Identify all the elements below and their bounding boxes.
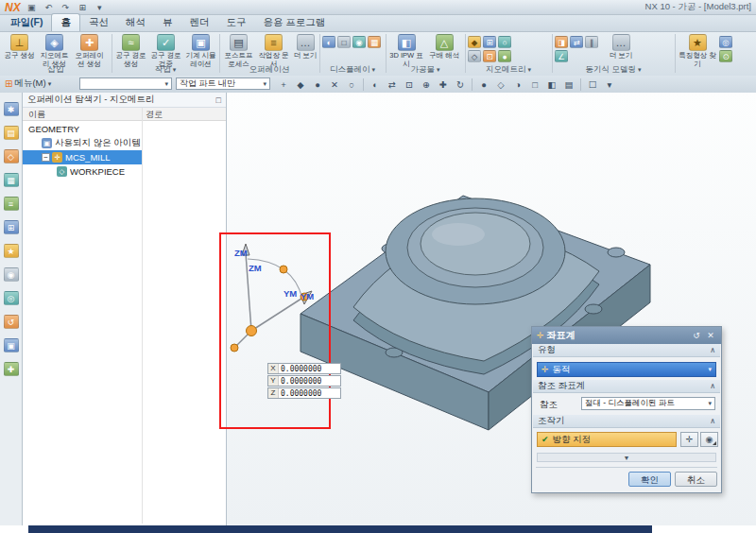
geometry-tool-icon[interactable]: ◇ [468, 50, 481, 62]
touch-panel-icon[interactable]: ✚ [4, 362, 19, 376]
assembly-navigator-icon[interactable]: ▤ [4, 126, 19, 140]
operation-navigator-icon[interactable]: ≡ [4, 197, 19, 211]
dome-top[interactable] [421, 213, 530, 275]
display-option-icon[interactable]: ◉ [352, 36, 366, 48]
group-label-insert[interactable]: 삽입 [0, 64, 112, 75]
settings-gear-icon[interactable]: ✱ [4, 102, 19, 116]
tab-analysis[interactable]: 해석 [117, 14, 154, 31]
intersection-snap-icon[interactable]: ✕ [327, 77, 342, 91]
front-view-icon[interactable]: ▤ [561, 77, 576, 91]
section-header-reference[interactable]: 참조 좌표계 ∧ [533, 380, 720, 393]
tab-view[interactable]: 뷰 [154, 14, 181, 31]
geometry-tool-icon[interactable]: ○ [498, 36, 511, 48]
geometry-tool-icon[interactable]: ● [498, 50, 511, 62]
part-navigator-icon[interactable]: ▦ [4, 173, 19, 187]
fit-view-icon[interactable]: ⊡ [402, 77, 417, 91]
tree-column-headers[interactable]: 이름 경로 [23, 108, 226, 121]
tab-tools[interactable]: 도구 [217, 14, 254, 31]
find-features-button[interactable]: ★ 특징형상 찾기 [677, 33, 718, 68]
process-studio-icon[interactable]: ▣ [4, 338, 19, 352]
close-icon[interactable]: ✕ [705, 331, 716, 340]
csys-type-dropdown[interactable]: ✛ 동적 ▾ [537, 362, 716, 377]
undo-icon[interactable]: ↶ [43, 3, 55, 12]
coord-input-z[interactable]: Z 0.0000000 [267, 387, 341, 399]
shaded-view-icon[interactable]: ● [476, 77, 491, 91]
collapse-expander-icon[interactable]: − [42, 153, 50, 162]
collapse-chevron-icon[interactable]: ∧ [710, 382, 715, 390]
feature-tool-icon[interactable]: ◎ [719, 36, 732, 48]
sync-move-face-icon[interactable]: ◨ [555, 36, 568, 48]
wireframe-view-icon[interactable]: ◇ [493, 77, 508, 91]
show-3d-ipw-button[interactable]: ◧ 3D IPW 표시 [387, 33, 425, 68]
tab-file[interactable]: 파일(F) [2, 14, 51, 31]
window-layout-icon[interactable]: □ [527, 77, 542, 91]
snap-point-icon[interactable]: + [276, 77, 291, 91]
create-tool-button[interactable]: ⊥ 공구 생성 [2, 33, 37, 68]
tab-home[interactable]: 홈 [51, 13, 80, 31]
render-style-icon[interactable]: ◑ [510, 77, 525, 91]
create-operation-button[interactable]: ✚ 오퍼레이션 생성 [72, 33, 107, 68]
zoom-icon[interactable]: ⊕ [419, 77, 434, 91]
reference-csys-dropdown[interactable]: 절대 - 디스플레이된 파트 ▾ [581, 397, 715, 410]
display-option-icon[interactable]: ▦ [368, 36, 381, 48]
shop-documentation-button[interactable]: ≡ 작업장 문서 [256, 33, 291, 68]
tree-row-geometry[interactable]: GEOMETRY [23, 122, 226, 136]
cancel-button[interactable]: 취소 [675, 472, 717, 487]
section-header-type[interactable]: 유형 ∧ [533, 344, 720, 357]
endpoint-snap-icon[interactable]: ◆ [293, 77, 308, 91]
coord-input-y[interactable]: Y 0.0000000 [267, 375, 341, 387]
section-header-manipulator[interactable]: 조작기 ∧ [533, 415, 720, 428]
generate-toolpath-button[interactable]: ≈ 공구 경로 생성 [113, 33, 148, 68]
operation-more-button[interactable]: … 더 보기 [291, 33, 319, 68]
collapse-chevron-icon[interactable]: ∧ [710, 346, 715, 354]
sync-more-button[interactable]: … 더 보기 [605, 33, 637, 68]
feature-tool-icon[interactable]: ⊙ [719, 50, 732, 62]
tree-row-workpiece[interactable]: ◇ WORKPIECE [23, 164, 226, 179]
more-options-button[interactable]: ▼ [537, 453, 716, 462]
column-header-path[interactable]: 경로 [146, 109, 163, 121]
geometry-tool-icon[interactable]: ⊞ [483, 36, 496, 48]
midpoint-snap-icon[interactable]: ● [310, 77, 325, 91]
selection-scope-combo[interactable]: 작업 파트 내만 ▾ [176, 77, 270, 90]
constraint-navigator-icon[interactable]: ◇ [4, 149, 19, 163]
redo-icon[interactable]: ↷ [60, 3, 72, 12]
display-option-icon[interactable]: □ [337, 36, 351, 48]
column-header-name[interactable]: 이름 [28, 109, 45, 121]
verify-toolpath-button[interactable]: ✓ 공구 경로 검증 [148, 33, 183, 68]
display-option-icon[interactable]: ◐ [322, 36, 335, 48]
ok-button[interactable]: 확인 [628, 472, 671, 487]
customize-quick-access-icon[interactable]: ▾ [94, 3, 106, 12]
collapse-chevron-icon[interactable]: ∧ [710, 417, 715, 425]
hd3d-tools-icon[interactable]: ◉ [4, 267, 19, 282]
tab-application[interactable]: 응용 프로그램 [254, 14, 334, 31]
tab-curve[interactable]: 곡선 [80, 14, 117, 31]
postprocess-button[interactable]: ▤ 포스트프로세스 [221, 33, 256, 68]
draft-analysis-button[interactable]: △ 구배 해석 [425, 33, 463, 68]
manipulator-options-button[interactable]: ◉ [700, 432, 718, 447]
arc-center-snap-icon[interactable]: ○ [344, 77, 359, 91]
tree-row-mcs-mill[interactable]: − ✛ MCS_MILL [23, 150, 142, 164]
selection-filter-combo[interactable]: ▾ [79, 77, 172, 90]
detach-panel-icon[interactable]: □ [216, 95, 221, 105]
sync-angle-icon[interactable]: ∠ [555, 50, 568, 62]
save-icon[interactable]: ▣ [26, 3, 38, 12]
group-label-actions[interactable]: 작업▾ [112, 64, 219, 75]
geometry-tool-icon[interactable]: ◆ [468, 36, 481, 48]
group-label-display[interactable]: 디스플레이▾ [319, 64, 386, 75]
isometric-view-icon[interactable]: ◧ [544, 77, 559, 91]
csys-dialog-button[interactable]: ✛ [680, 432, 698, 447]
coord-input-x[interactable]: X 0.0000000 [267, 363, 341, 374]
history-icon[interactable]: ↺ [4, 315, 19, 329]
group-label-operation[interactable]: 오퍼레이션 [219, 64, 319, 75]
show-hide-icon[interactable]: ◐ [368, 77, 383, 91]
machine-simulation-button[interactable]: ▣ 기계 시뮬레이션 [183, 33, 218, 68]
sync-offset-icon[interactable]: ∥ [585, 36, 598, 48]
tree-row-unused-items[interactable]: ▣ 사용되지 않은 아이템 [23, 136, 226, 150]
create-geometry-button[interactable]: ◈ 지오메트리 생성 [37, 33, 72, 68]
group-label-features[interactable] [675, 64, 756, 75]
more-tools-icon[interactable]: ▾ [602, 77, 617, 91]
tab-render[interactable]: 렌더 [180, 14, 217, 31]
group-label-synchronous-modeling[interactable]: 동기식 모델링▾ [552, 64, 675, 75]
sync-pull-face-icon[interactable]: ⇄ [570, 36, 583, 48]
touch-mode-icon[interactable]: ☐ [585, 77, 600, 91]
